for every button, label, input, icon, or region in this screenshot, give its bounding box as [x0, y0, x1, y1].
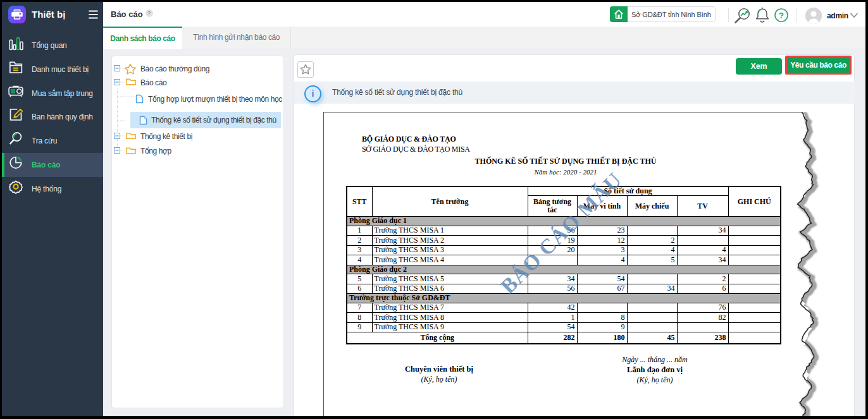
svg-text:?: ?: [779, 11, 784, 20]
